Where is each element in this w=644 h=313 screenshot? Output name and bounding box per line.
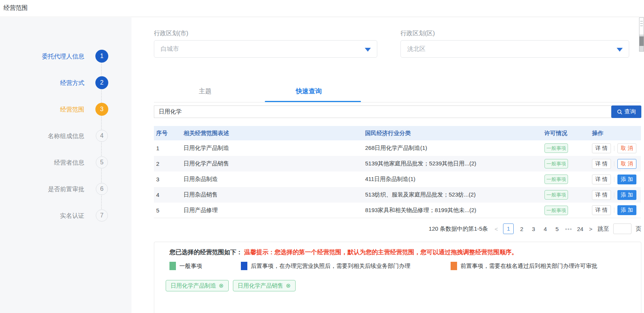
license-badge: 一般事项 — [544, 159, 568, 168]
ops-divider — [614, 208, 614, 213]
cell-scope: 日用化学产品销售 — [181, 160, 363, 167]
step-label: 委托代理人信息 — [42, 53, 84, 61]
tab-theme[interactable]: 主题 — [154, 86, 256, 97]
prev-page-icon[interactable]: < — [494, 226, 499, 232]
page-number-1[interactable]: 1 — [503, 223, 514, 234]
cell-industry: 411日用杂品制造(1) — [363, 176, 542, 183]
step-number-badge: 6 — [96, 183, 108, 195]
query-button[interactable]: 查询 — [611, 105, 641, 118]
col-header-ops: 操作 — [590, 130, 641, 137]
jump-page-input[interactable] — [613, 223, 631, 234]
step-item-7[interactable]: 实名认证 7 — [0, 209, 131, 223]
page-title: 经营范围 — [3, 4, 28, 12]
cell-scope: 日用产品修理 — [181, 207, 363, 214]
detail-button[interactable]: 详 情 — [592, 143, 611, 153]
add-button[interactable]: 添 加 — [617, 190, 636, 200]
scrollbar[interactable] — [639, 17, 644, 52]
selected-scope-tag[interactable]: 日用化学产品销售 ⊗ — [233, 280, 296, 291]
legend-pre-approval: 前置事项，需要在核名通过后到相关部门办理许可审批 — [451, 262, 597, 270]
search-input[interactable] — [154, 105, 611, 118]
step-item-4[interactable]: 名称组成信息 4 — [0, 129, 131, 143]
step-item-2[interactable]: 经营方式 2 — [0, 76, 131, 90]
step-label: 经营者信息 — [54, 159, 84, 167]
district-select[interactable]: 洮北区 — [400, 40, 629, 58]
cell-index: 2 — [154, 160, 181, 167]
cell-index: 3 — [154, 176, 181, 182]
step-number-badge: 4 — [96, 130, 108, 142]
warning-text: 温馨提示：您选择的第一个经营范围，默认为您的主营经营范围，您可以通过拖拽调整经营… — [244, 249, 517, 255]
add-button[interactable]: 添 加 — [617, 205, 636, 215]
detail-button[interactable]: 详 情 — [592, 175, 611, 184]
step-item-3[interactable]: 经营范围 3 — [0, 103, 131, 116]
col-header-index: 序号 — [154, 130, 181, 137]
chevron-down-icon — [617, 48, 623, 52]
ops-divider — [614, 192, 614, 198]
step-label: 名称组成信息 — [48, 132, 84, 140]
tabs-divider — [154, 102, 641, 102]
add-button[interactable]: 添 加 — [617, 175, 636, 184]
cell-scope: 日用杂品制造 — [181, 176, 363, 183]
cancel-button[interactable]: 取 消 — [617, 159, 636, 169]
col-header-scope: 相关经营范围表述 — [181, 130, 363, 137]
city-select-label: 行政区划(市) — [154, 30, 188, 38]
legend-blue-swatch — [241, 262, 247, 270]
step-number-badge: 7 — [96, 209, 108, 222]
license-badge: 一般事项 — [544, 206, 568, 215]
col-header-industry: 国民经济行业分类 — [363, 130, 542, 137]
step-label: 经营范围 — [60, 106, 84, 114]
selected-scope-tag[interactable]: 日用化学产品制造 ⊗ — [166, 280, 229, 291]
cell-index: 1 — [154, 145, 181, 151]
tag-label: 日用化学产品制造 — [171, 282, 216, 289]
legend-label: 前置事项，需要在核名通过后到相关部门办理许可审批 — [460, 263, 597, 270]
district-select-value: 洮北区 — [407, 45, 426, 53]
ops-divider — [614, 161, 614, 167]
district-select-label: 行政区划(区) — [400, 30, 435, 38]
cell-index: 5 — [154, 207, 181, 214]
selected-tags: 日用化学产品制造 ⊗ 日用化学产品销售 ⊗ — [166, 280, 296, 291]
page-number-5[interactable]: 5 — [553, 226, 561, 232]
detail-button[interactable]: 详 情 — [592, 205, 611, 215]
step-number-badge: 2 — [95, 76, 108, 89]
page-root: 经营范围 委托代理人信息 1 经营方式 2 经营范围 3 名称组成信息 4 经营… — [0, 0, 644, 313]
detail-button[interactable]: 详 情 — [592, 159, 611, 169]
license-badge: 一般事项 — [544, 190, 568, 200]
scrollbar-preview — [640, 19, 643, 33]
step-label: 经营方式 — [60, 79, 84, 87]
license-badge: 一般事项 — [544, 175, 568, 184]
chevron-down-icon — [365, 48, 371, 52]
more-pages-icon[interactable]: ••• — [565, 226, 572, 232]
remove-tag-icon[interactable]: ⊗ — [286, 282, 291, 289]
cell-industry: 8193家具和相关物品修理；8199其他未...(2) — [363, 207, 542, 214]
step-item-6[interactable]: 是否前置审批 6 — [0, 182, 131, 196]
scrollbar-thumb[interactable] — [639, 36, 644, 46]
city-select[interactable]: 白城市 — [154, 40, 377, 58]
cell-scope: 日用化学产品制造 — [181, 145, 363, 152]
next-page-icon[interactable]: > — [588, 226, 593, 232]
step-sidebar: 委托代理人信息 1 经营方式 2 经营范围 3 名称组成信息 4 经营者信息 5… — [0, 17, 131, 313]
step-item-5[interactable]: 经营者信息 5 — [0, 156, 131, 170]
page-number-24[interactable]: 24 — [576, 226, 584, 232]
legend-green-swatch — [169, 262, 176, 270]
table-row: 5 日用产品修理 8193家具和相关物品修理；8199其他未...(2) 一般事… — [154, 203, 641, 218]
step-number-badge: 1 — [95, 50, 108, 63]
table-header-row: 序号 相关经营范围表述 国民经济行业分类 许可情况 操作 — [154, 126, 641, 140]
table-row: 2 日用化学产品销售 5139其他家庭用品批发；5239其他日用...(2) 一… — [154, 156, 641, 171]
table-row: 3 日用杂品制造 411日用杂品制造(1) 一般事项 详 情 添 加 — [154, 171, 641, 187]
step-item-1[interactable]: 委托代理人信息 1 — [0, 50, 131, 63]
page-number-3[interactable]: 3 — [530, 226, 537, 232]
legend-general: 一般事项 — [169, 262, 202, 270]
cancel-button[interactable]: 取 消 — [617, 143, 636, 153]
jump-suffix: 页 — [636, 225, 641, 233]
ops-divider — [614, 177, 614, 182]
col-header-license: 许可情况 — [542, 130, 590, 137]
detail-button[interactable]: 详 情 — [592, 190, 611, 200]
tab-quick-query[interactable]: 快速查询 — [256, 86, 361, 97]
city-select-value: 白城市 — [161, 45, 179, 53]
table-row: 1 日用化学产品制造 268日用化学产品制造(1) 一般事项 详 情 取 消 — [154, 140, 641, 156]
page-number-2[interactable]: 2 — [518, 226, 525, 232]
legend-post-approval: 后置事项，在办理完营业执照后，需要到相关后续业务部门办理 — [241, 262, 410, 270]
page-number-4[interactable]: 4 — [541, 226, 549, 232]
pagination-summary: 120 条数据中的第1-5条 — [429, 225, 488, 233]
remove-tag-icon[interactable]: ⊗ — [219, 282, 224, 289]
step-label: 实名认证 — [60, 212, 84, 220]
